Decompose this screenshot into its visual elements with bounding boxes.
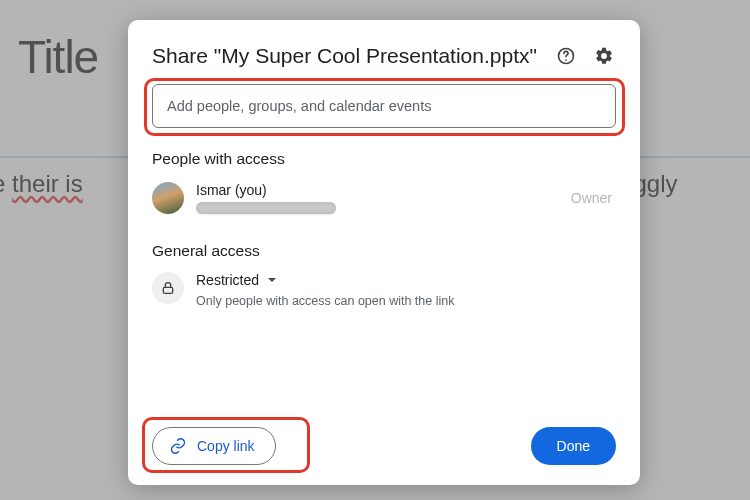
person-row: Ismar (you) Owner [152,182,616,214]
person-role: Owner [571,190,612,206]
person-email-redacted [196,202,336,214]
svg-point-1 [565,59,567,61]
gear-icon[interactable] [592,44,616,68]
svg-rect-2 [163,288,172,294]
avatar [152,182,184,214]
done-button[interactable]: Done [531,427,616,465]
copy-link-label: Copy link [197,438,255,454]
link-icon [169,437,187,455]
people-with-access-heading: People with access [152,150,616,168]
access-level-label: Restricted [196,272,259,288]
person-name: Ismar (you) [196,182,571,198]
access-level-description: Only people with access can open with th… [196,294,454,308]
add-people-input[interactable] [152,84,616,128]
access-level-dropdown[interactable]: Restricted [196,272,454,288]
dialog-title: Share "My Super Cool Presentation.pptx" [152,42,554,70]
copy-link-button[interactable]: Copy link [152,427,276,465]
general-access-heading: General access [152,242,616,260]
lock-icon [152,272,184,304]
chevron-down-icon [267,275,277,285]
share-dialog: Share "My Super Cool Presentation.pptx" … [128,20,640,485]
help-icon[interactable] [554,44,578,68]
